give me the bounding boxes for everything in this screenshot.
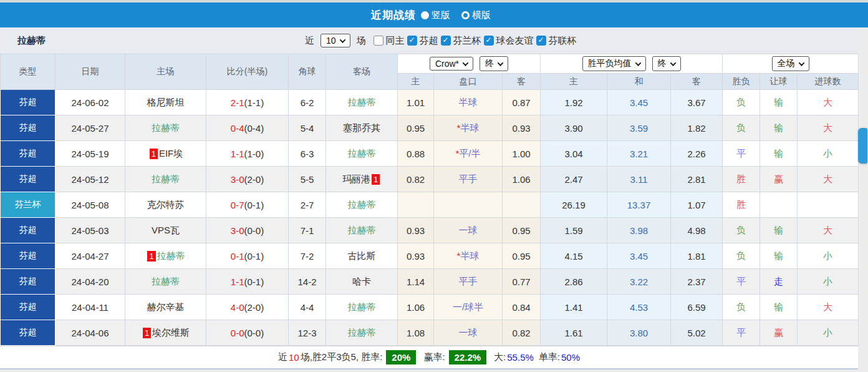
avg-draw-cell: 3.45 (607, 243, 671, 269)
subcol-wdl: 胜负 (723, 74, 760, 90)
games-label: 场 (357, 35, 366, 47)
avg-home-cell: 26.19 (541, 192, 607, 218)
handicap-cell: 一球 (434, 320, 503, 346)
match-type-cell: 芬超 (1, 115, 55, 141)
handicap-result-cell: 输 (760, 115, 798, 141)
scope-select[interactable]: 全场 (772, 56, 809, 71)
match-type-cell: 芬超 (1, 218, 55, 243)
corner-cell: 7-2 (289, 243, 326, 269)
league-label-finland-premier: 芬超 (420, 35, 438, 47)
odds-home-cell: 0.93 (398, 243, 434, 269)
wdl-result-cell: 负 (723, 243, 760, 269)
vertical-radio-label[interactable]: 竖版 (432, 9, 450, 21)
filter-controls: 近 10 场 同主 芬超 芬兰杯 球会友谊 芬联杯 (304, 27, 578, 54)
rank-badge: 1 (147, 251, 155, 262)
date-cell: 24-04-06 (55, 320, 125, 346)
wdl-result-cell: 胜 (723, 167, 760, 192)
scope-select-cell: 全场 (723, 54, 859, 74)
team-label: 拉赫蒂 (152, 174, 180, 184)
odds-away-cell: 1.06 (503, 167, 541, 192)
big-rate-value: 55.5% (507, 352, 534, 363)
avg-away-cell: 6.59 (671, 295, 723, 320)
avg-home-cell: 4.15 (541, 243, 607, 269)
bookmaker-state-select[interactable]: 终 (480, 56, 508, 71)
big-rate-label: 大: (494, 351, 506, 363)
corner-cell: 5-4 (289, 115, 326, 141)
team-label: 玛丽港 (342, 174, 370, 184)
single-rate-value: 50% (561, 352, 580, 363)
match-type-cell: 芬超 (1, 269, 55, 295)
avg-draw-cell: 3.45 (607, 90, 671, 115)
table-row: 芬超24-05-12拉赫蒂3-0(2-0)5-5玛丽港10.82平手1.062.… (1, 167, 859, 192)
corner-cell: 14-2 (289, 269, 326, 295)
match-type-cell: 芬超 (1, 141, 55, 167)
wdl-result-cell: 负 (723, 115, 760, 141)
summary-prefix: 近 (278, 351, 287, 363)
league-checkbox-finland-premier[interactable] (407, 36, 417, 46)
handicap-result-cell: 输 (760, 295, 798, 320)
odds-home-cell: 1.01 (398, 90, 434, 115)
score-cell: 0-7(0-1) (206, 192, 289, 218)
avg-state-select[interactable]: 终 (652, 56, 681, 71)
horizontal-radio-icon[interactable] (461, 11, 470, 19)
handicap-cell: *半球 (434, 115, 503, 141)
away-team-cell: 拉赫蒂 (326, 320, 398, 346)
date-cell: 24-06-02 (55, 90, 125, 115)
handicap-result-cell: 输 (760, 218, 798, 243)
col-header-score: 比分(半场) (206, 54, 289, 90)
avg-draw-cell: 3.22 (607, 269, 671, 295)
vertical-radio-icon[interactable] (421, 11, 429, 19)
home-team-cell: 拉赫蒂 (125, 167, 206, 192)
home-team-cell: 1拉赫蒂 (125, 243, 206, 269)
win-rate-badge: 20% (386, 350, 416, 365)
team-label: 克尔特苏 (147, 199, 185, 210)
layout-vertical-option[interactable]: 竖版 (421, 9, 456, 21)
avg-home-cell: 2.86 (541, 269, 607, 295)
score-cell: 1-1(0-1) (206, 269, 289, 295)
league-checkbox-finland-cup[interactable] (441, 36, 451, 46)
same-venue-checkbox[interactable] (374, 36, 383, 46)
score-cell: 3-0(0-0) (206, 218, 289, 243)
avg-select[interactable]: 胜平负均值 (582, 56, 646, 71)
subcol-odds-home: 主 (398, 74, 434, 90)
wdl-result-cell: 负 (723, 295, 760, 320)
side-panel-toggle[interactable] (858, 128, 867, 164)
handicap-result-cell: 走 (760, 269, 798, 295)
corner-cell: 5-5 (289, 167, 326, 192)
date-cell: 24-05-12 (55, 167, 125, 192)
corner-cell: 12-3 (289, 320, 326, 346)
date-cell: 24-05-19 (55, 141, 125, 167)
score-cell: 3-0(2-0) (206, 167, 289, 192)
same-venue-label: 同主 (386, 35, 405, 47)
avg-home-cell: 1.59 (541, 218, 607, 243)
date-cell: 24-04-11 (55, 295, 125, 320)
league-label-finland-league-cup: 芬联杯 (549, 35, 577, 47)
goals-result-cell: 小 (798, 320, 859, 346)
layout-horizontal-option[interactable]: 横版 (461, 9, 497, 21)
corner-cell: 2-7 (289, 192, 326, 218)
table-row: 芬超24-04-271拉赫蒂0-1(0-1)7-2古比斯0.93*半球0.954… (1, 243, 859, 269)
matches-count-select[interactable]: 10 (321, 34, 350, 47)
subcol-avg-home: 主 (541, 74, 607, 90)
handicap-cell (434, 192, 503, 218)
score-cell: 0-1(0-1) (206, 243, 289, 269)
league-checkbox-club-friendly[interactable] (484, 36, 494, 46)
match-type-cell: 芬超 (1, 167, 55, 192)
avg-home-cell: 1.92 (541, 90, 607, 115)
chevron-down-icon (339, 37, 345, 43)
summary-bar: 近10场,胜2平3负5, 胜率: 20% 赢率: 22.2% 大:55.5% 单… (0, 346, 858, 370)
bookmaker-select[interactable]: Crow* (430, 57, 473, 71)
subcol-avg-draw: 和 (607, 74, 671, 90)
corner-cell: 7-1 (289, 218, 326, 243)
table-row: 芬超24-05-191EIF埃1-1(1-0)6-3拉赫蒂0.88*平/半1.0… (1, 141, 859, 167)
away-team-cell: 拉赫蒂 (326, 218, 398, 243)
col-header-away: 客场 (326, 54, 398, 90)
team-label: 拉赫蒂 (348, 327, 376, 338)
odds-home-cell: 0.93 (398, 218, 434, 243)
horizontal-radio-label[interactable]: 横版 (472, 9, 491, 21)
odds-home-cell (398, 192, 434, 218)
league-checkbox-finland-league-cup[interactable] (536, 36, 546, 46)
away-team-cell: 古比斯 (326, 243, 398, 269)
odds-away-cell: 0.95 (503, 218, 541, 243)
team-label: 拉赫蒂 (152, 122, 180, 133)
